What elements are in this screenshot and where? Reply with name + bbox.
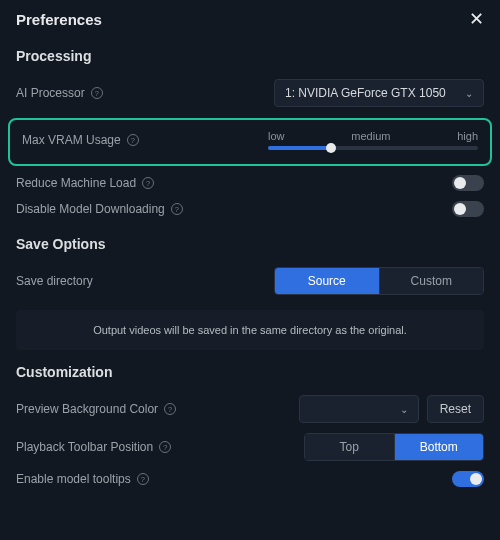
disable-download-label-wrap: Disable Model Downloading ? <box>16 202 183 216</box>
help-icon[interactable]: ? <box>142 177 154 189</box>
vram-slider-track[interactable] <box>268 146 478 150</box>
save-dir-source-button[interactable]: Source <box>275 268 379 294</box>
row-save-directory: Save directory Source Custom <box>16 262 484 300</box>
preview-bg-reset-button[interactable]: Reset <box>427 395 484 423</box>
preview-bg-select[interactable]: ⌄ <box>299 395 419 423</box>
row-toolbar-position: Playback Toolbar Position ? Top Bottom <box>16 428 484 466</box>
help-icon[interactable]: ? <box>127 134 139 146</box>
help-icon[interactable]: ? <box>171 203 183 215</box>
vram-slider[interactable]: low medium high <box>268 130 478 150</box>
chevron-down-icon: ⌄ <box>465 88 473 99</box>
save-dir-custom-button[interactable]: Custom <box>379 268 484 294</box>
row-disable-download: Disable Model Downloading ? <box>16 196 484 222</box>
window-title: Preferences <box>16 11 102 28</box>
help-icon[interactable]: ? <box>159 441 171 453</box>
content: Processing AI Processor ? 1: NVIDIA GeFo… <box>0 48 500 508</box>
vram-slider-labels: low medium high <box>268 130 478 142</box>
row-max-vram-highlighted: Max VRAM Usage ? low medium high <box>8 118 492 166</box>
vram-label-low: low <box>268 130 285 142</box>
vram-slider-thumb[interactable] <box>326 143 336 153</box>
vram-slider-fill <box>268 146 331 150</box>
preview-bg-label-wrap: Preview Background Color ? <box>16 402 176 416</box>
row-ai-processor: AI Processor ? 1: NVIDIA GeForce GTX 105… <box>16 74 484 112</box>
toolbar-pos-label-wrap: Playback Toolbar Position ? <box>16 440 171 454</box>
save-directory-label: Save directory <box>16 274 93 288</box>
ai-processor-value: 1: NVIDIA GeForce GTX 1050 <box>285 86 446 100</box>
disable-download-toggle[interactable] <box>452 201 484 217</box>
help-icon[interactable]: ? <box>137 473 149 485</box>
reduce-load-label-wrap: Reduce Machine Load ? <box>16 176 154 190</box>
toolbar-pos-bottom-button[interactable]: Bottom <box>394 434 484 460</box>
vram-label: Max VRAM Usage <box>22 133 121 147</box>
preview-bg-label: Preview Background Color <box>16 402 158 416</box>
reduce-load-toggle[interactable] <box>452 175 484 191</box>
tooltips-label: Enable model tooltips <box>16 472 131 486</box>
row-reduce-load: Reduce Machine Load ? <box>16 170 484 196</box>
section-processing-title: Processing <box>16 48 484 64</box>
reduce-load-label: Reduce Machine Load <box>16 176 136 190</box>
ai-processor-label: AI Processor <box>16 86 85 100</box>
section-customization-title: Customization <box>16 364 484 380</box>
disable-download-label: Disable Model Downloading <box>16 202 165 216</box>
vram-label-wrap: Max VRAM Usage ? <box>22 133 139 147</box>
toolbar-pos-label: Playback Toolbar Position <box>16 440 153 454</box>
ai-processor-label-wrap: AI Processor ? <box>16 86 103 100</box>
save-directory-segment: Source Custom <box>274 267 484 295</box>
help-icon[interactable]: ? <box>91 87 103 99</box>
tooltips-toggle[interactable] <box>452 471 484 487</box>
row-preview-bg: Preview Background Color ? ⌄ Reset <box>16 390 484 428</box>
ai-processor-select[interactable]: 1: NVIDIA GeForce GTX 1050 ⌄ <box>274 79 484 107</box>
vram-label-medium: medium <box>351 130 390 142</box>
titlebar: Preferences ✕ <box>0 0 500 34</box>
toolbar-pos-segment: Top Bottom <box>304 433 484 461</box>
tooltips-label-wrap: Enable model tooltips ? <box>16 472 149 486</box>
close-icon[interactable]: ✕ <box>469 10 484 28</box>
row-enable-tooltips: Enable model tooltips ? <box>16 466 484 492</box>
vram-label-high: high <box>457 130 478 142</box>
save-directory-label-wrap: Save directory <box>16 274 93 288</box>
section-save-title: Save Options <box>16 236 484 252</box>
preferences-window: Preferences ✕ Processing AI Processor ? … <box>0 0 500 540</box>
save-info-message: Output videos will be saved in the same … <box>16 310 484 350</box>
toolbar-pos-top-button[interactable]: Top <box>305 434 394 460</box>
help-icon[interactable]: ? <box>164 403 176 415</box>
chevron-down-icon: ⌄ <box>400 404 408 415</box>
